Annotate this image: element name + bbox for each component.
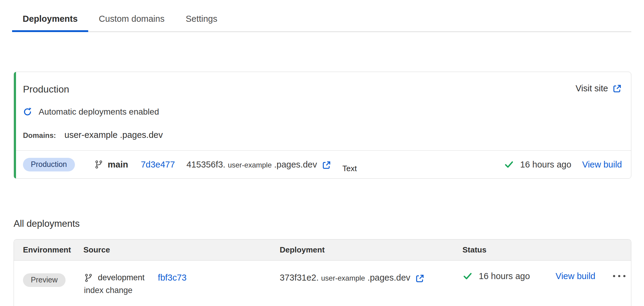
refresh-icon bbox=[23, 107, 32, 116]
production-deployment-row: Production main 7d3e477 415356f3. user-e… bbox=[14, 151, 631, 178]
automatic-deployments-text: Automatic deployments enabled bbox=[39, 107, 159, 117]
status-cell: 16 hours ago View build bbox=[462, 261, 626, 306]
note-label: Text bbox=[342, 164, 357, 173]
source-branch-line: development fbf3c73 bbox=[83, 273, 280, 283]
deployment-subdomain: 373f31e2. bbox=[280, 273, 319, 283]
column-header-status: Status bbox=[462, 245, 626, 255]
deployment-url: 415356f3. user-example .pages.dev bbox=[186, 160, 331, 170]
tab-deployments[interactable]: Deployments bbox=[12, 6, 88, 32]
domain-name: user-example bbox=[64, 130, 118, 140]
card-accent-bar bbox=[14, 72, 16, 178]
table-header-row: Environment Source Deployment Status bbox=[14, 239, 631, 261]
production-title: Production bbox=[23, 83, 69, 95]
deployment-suffix: .pages.dev bbox=[274, 160, 317, 170]
git-branch-icon bbox=[84, 273, 93, 282]
status-time: 16 hours ago bbox=[520, 160, 571, 170]
external-link-icon[interactable] bbox=[415, 274, 425, 283]
deployment-domain: user-example bbox=[321, 274, 365, 282]
commit-message: index change bbox=[84, 286, 280, 295]
production-card-body: Production Visit site bbox=[14, 72, 631, 151]
check-icon bbox=[462, 271, 473, 281]
check-icon bbox=[504, 159, 514, 170]
tab-custom-domains[interactable]: Custom domains bbox=[88, 6, 175, 32]
environment-cell: Preview bbox=[23, 261, 83, 306]
branch-name: development bbox=[98, 273, 145, 282]
status-inner: 16 hours ago View build bbox=[462, 271, 626, 281]
deployments-table: Environment Source Deployment Status Pre… bbox=[14, 239, 631, 306]
commit-hash-link[interactable]: 7d3e477 bbox=[141, 160, 175, 170]
deployment-subdomain: 415356f3. bbox=[186, 160, 225, 170]
external-link-icon bbox=[612, 84, 622, 93]
source-cell: development fbf3c73 index change bbox=[83, 261, 280, 306]
environment-badge-preview: Preview bbox=[23, 273, 66, 287]
commit-hash-link[interactable]: fbf3c73 bbox=[158, 273, 187, 283]
table-row: Preview development fbf3c73 ind bbox=[14, 261, 631, 306]
all-deployments-heading: All deployments bbox=[14, 218, 631, 229]
production-card: Production Visit site bbox=[14, 72, 631, 179]
visit-site-label: Visit site bbox=[576, 83, 608, 93]
column-header-source: Source bbox=[83, 245, 280, 255]
column-header-environment: Environment bbox=[23, 245, 83, 255]
view-build-link[interactable]: View build bbox=[582, 160, 622, 170]
visit-site-link[interactable]: Visit site bbox=[576, 83, 622, 93]
environment-badge-production: Production bbox=[23, 158, 75, 171]
automatic-deployments-row: Automatic deployments enabled bbox=[23, 107, 622, 117]
tab-settings[interactable]: Settings bbox=[175, 6, 228, 32]
tab-bar: Deployments Custom domains Settings bbox=[12, 6, 631, 32]
domains-row: Domains: user-example .pages.dev bbox=[23, 130, 622, 140]
branch-group: main bbox=[94, 160, 128, 170]
branch-name: main bbox=[108, 160, 128, 170]
column-header-deployment: Deployment bbox=[280, 245, 462, 255]
deployment-cell: 373f31e2. user-example .pages.dev bbox=[280, 261, 462, 306]
git-branch-icon bbox=[94, 160, 103, 169]
page-content: Production Visit site bbox=[14, 72, 631, 306]
deployment-domain: user-example bbox=[228, 161, 272, 169]
domains-label: Domains: bbox=[23, 131, 56, 140]
production-status-group: 16 hours ago View build bbox=[504, 159, 622, 170]
more-options-icon[interactable] bbox=[612, 274, 626, 278]
production-card-header: Production Visit site bbox=[23, 83, 622, 95]
domain-suffix: .pages.dev bbox=[120, 130, 163, 140]
view-build-link[interactable]: View build bbox=[555, 271, 595, 281]
external-link-icon[interactable] bbox=[322, 160, 331, 170]
deployment-suffix: .pages.dev bbox=[367, 273, 410, 283]
status-time: 16 hours ago bbox=[479, 271, 530, 281]
deployment-url: 373f31e2. user-example .pages.dev bbox=[280, 273, 425, 283]
